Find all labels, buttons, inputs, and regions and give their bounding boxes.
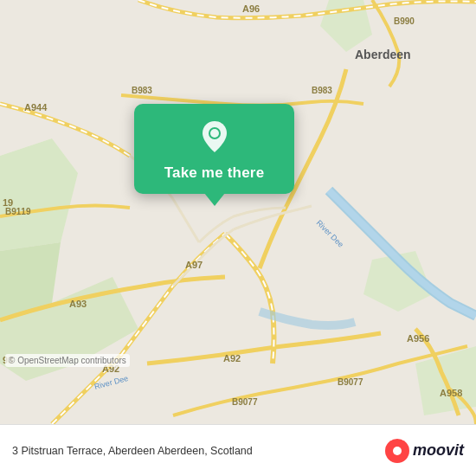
- moovit-dot-inner: [393, 447, 402, 455]
- svg-text:B9077: B9077: [338, 377, 363, 387]
- osm-attribution: © OpenStreetMap contributors: [5, 354, 130, 367]
- moovit-brand-text: moovit: [413, 441, 464, 460]
- svg-text:B983: B983: [132, 86, 152, 95]
- moovit-dot-icon: [385, 439, 409, 463]
- location-popup[interactable]: Take me there: [134, 104, 294, 194]
- svg-text:B983: B983: [312, 86, 332, 95]
- svg-text:A958: A958: [440, 388, 462, 398]
- svg-text:A92: A92: [223, 353, 241, 363]
- location-pin-icon: [196, 118, 234, 156]
- svg-text:A956: A956: [407, 333, 429, 344]
- svg-text:A944: A944: [24, 102, 48, 113]
- address-text: 3 Pitstruan Terrace, Aberdeen Aberdeen, …: [12, 445, 253, 457]
- svg-text:19: 19: [3, 197, 13, 208]
- svg-text:B9119: B9119: [5, 207, 31, 216]
- svg-text:B9077: B9077: [232, 397, 258, 407]
- address-info: 3 Pitstruan Terrace, Aberdeen Aberdeen, …: [12, 445, 253, 457]
- map-view[interactable]: A96 B990 A944 B983 B983 B9119 A92 A93 A9…: [0, 0, 476, 424]
- svg-text:B990: B990: [394, 16, 415, 26]
- svg-point-27: [210, 129, 219, 138]
- take-me-there-button[interactable]: Take me there: [164, 164, 265, 182]
- svg-text:A96: A96: [242, 3, 260, 14]
- svg-text:A97: A97: [185, 260, 203, 270]
- svg-text:A93: A93: [69, 299, 87, 309]
- bottom-bar: 3 Pitstruan Terrace, Aberdeen Aberdeen, …: [0, 424, 476, 476]
- svg-text:Aberdeen: Aberdeen: [355, 48, 411, 61]
- moovit-logo: moovit: [385, 439, 464, 463]
